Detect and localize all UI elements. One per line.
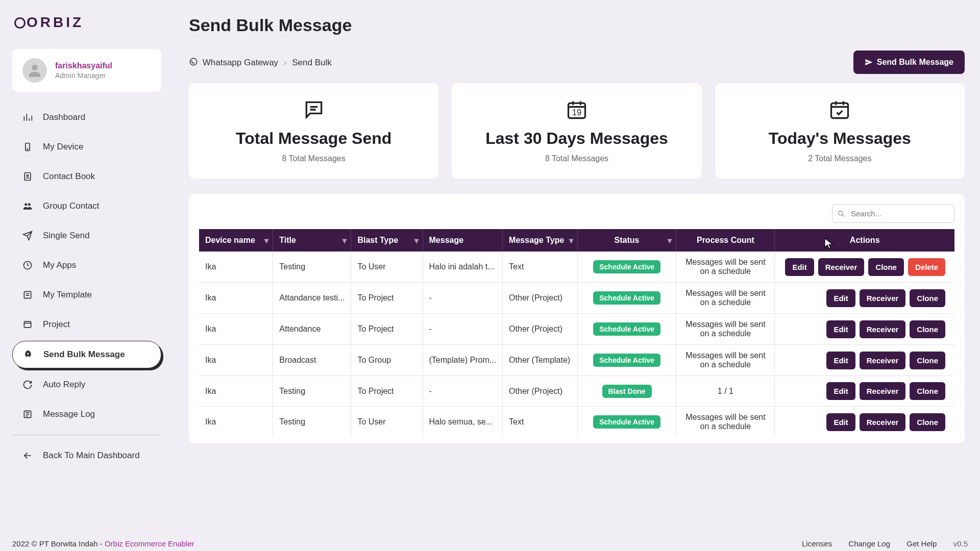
breadcrumb: Whatsapp Gateway › Send Bulk [189,57,332,68]
svg-rect-9 [24,321,31,328]
nav-item-group[interactable]: Group Contact [12,193,161,219]
refresh-icon [21,379,34,391]
edit-button[interactable]: Edit [785,258,814,276]
svg-point-4 [27,175,28,177]
svg-point-6 [28,203,31,206]
edit-button[interactable]: Edit [826,352,855,369]
receiver-button[interactable]: Receiver [860,413,906,431]
nav-item-bulk[interactable]: Send Bulk Message [12,341,161,368]
receiver-button[interactable]: Receiver [818,258,865,276]
edit-button[interactable]: Edit [826,382,855,400]
status-badge: Schedule Active [593,354,660,367]
filter-icon: ▾ [414,236,419,245]
footer-version: v0.5 [953,539,968,548]
table-row: IkaBroadcastTo Group(Template) Prom...Ot… [199,345,954,376]
footer-help[interactable]: Get Help [906,539,937,548]
table-panel: Device name▾ Title▾ Blast Type▾ Message … [189,194,965,443]
template-icon [21,289,34,301]
calendar-check-icon [827,97,852,122]
bar-chart-icon [21,111,34,123]
table-row: IkaAttandance testi...To Project-Other (… [199,283,954,314]
contact-book-icon [21,170,34,183]
svg-point-2 [27,148,28,149]
project-icon [21,318,34,331]
search-input[interactable] [832,204,954,223]
avatar [22,58,47,83]
user-name: fariskhasyaiful [55,61,112,70]
send-bulk-button[interactable]: Send Bulk Message [853,51,965,74]
filter-icon: ▾ [569,236,573,245]
footer-changelog[interactable]: Change Log [848,539,890,548]
receiver-button[interactable]: Receiver [860,382,906,400]
svg-point-15 [839,211,843,215]
filter-icon: ▾ [264,236,268,245]
user-card[interactable]: fariskhasyaiful Admin Manager [12,49,161,92]
nav-item-device[interactable]: My Device [12,134,161,160]
edit-button[interactable]: Edit [826,320,855,338]
stat-card-last30: 19 Last 30 Days Messages 8 Total Message… [452,83,701,179]
main-content: Send Bulk Message Whatsapp Gateway › Sen… [174,0,980,551]
col-title[interactable]: Title▾ [273,229,351,252]
nav-item-dashboard[interactable]: Dashboard [12,104,161,131]
table-row: IkaTestingTo UserHalo semua, se...TextSc… [199,407,954,438]
clone-button[interactable]: Clone [868,258,904,276]
nav-item-contact[interactable]: Contact Book [12,163,161,190]
group-icon [21,200,34,212]
brand-logo: ORBIZ [14,14,161,31]
col-actions: Actions [775,229,954,252]
log-icon [21,408,34,420]
svg-point-11 [190,58,197,65]
footer-brand-link[interactable]: Orbiz Ecommerce Enabler [105,539,194,548]
page-title: Send Bulk Message [189,15,965,35]
nav-item-log[interactable]: Message Log [12,401,161,428]
status-badge: Schedule Active [593,415,660,429]
edit-button[interactable]: Edit [826,289,855,307]
edit-button[interactable]: Edit [826,413,855,431]
footer: 2022 © PT Borwita Indah - Orbiz Ecommerc… [12,539,968,548]
nav-item-back[interactable]: Back To Main Dashboard [12,442,161,469]
col-blast[interactable]: Blast Type▾ [351,229,423,252]
message-icon [302,97,326,122]
svg-rect-14 [831,103,848,118]
svg-text:19: 19 [572,108,581,117]
clone-button[interactable]: Clone [910,289,945,307]
receiver-button[interactable]: Receiver [860,289,906,307]
device-icon [21,141,34,153]
receiver-button[interactable]: Receiver [860,352,906,369]
bulk-table: Device name▾ Title▾ Blast Type▾ Message … [199,229,954,437]
col-device[interactable]: Device name▾ [199,229,273,252]
rocket-icon [22,348,34,361]
breadcrumb-root[interactable]: Whatsapp Gateway [203,58,278,67]
nav-item-apps[interactable]: My Apps [12,252,161,279]
svg-point-0 [32,65,37,70]
clone-button[interactable]: Clone [910,413,945,431]
status-badge: Schedule Active [593,260,660,273]
nav-item-single[interactable]: Single Send [12,222,161,249]
breadcrumb-leaf: Send Bulk [292,58,332,67]
col-status[interactable]: Status▾ [577,229,676,252]
col-mtype[interactable]: Message Type▾ [503,229,578,252]
stat-card-total: Total Message Send 8 Total Messages [189,83,438,179]
svg-point-5 [24,203,27,206]
nav-item-auto[interactable]: Auto Reply [12,371,161,398]
stat-card-today: Today's Messages 2 Total Messages [715,83,965,179]
table-row: IkaAttendanceTo Project-Other (Project)S… [199,314,954,345]
filter-icon: ▾ [668,236,672,245]
nav-list: Dashboard My Device Contact Book Group C… [12,104,161,551]
clone-button[interactable]: Clone [910,320,945,338]
table-row: IkaTestingTo UserHalo ini adalah t...Tex… [199,252,954,283]
chevron-right-icon: › [284,58,287,67]
nav-item-project[interactable]: Project [12,311,161,338]
status-badge: Schedule Active [593,322,660,336]
footer-licenses[interactable]: Licenses [802,539,832,548]
clone-button[interactable]: Clone [910,352,945,369]
delete-button[interactable]: Delete [908,258,945,276]
receiver-button[interactable]: Receiver [860,320,906,338]
col-process[interactable]: Process Count [676,229,775,252]
back-icon [21,449,34,462]
col-message[interactable]: Message [423,229,503,252]
clone-button[interactable]: Clone [910,382,945,400]
nav-item-template[interactable]: My Template [12,282,161,308]
status-badge: Schedule Active [593,291,660,305]
user-role: Admin Manager [55,71,112,80]
